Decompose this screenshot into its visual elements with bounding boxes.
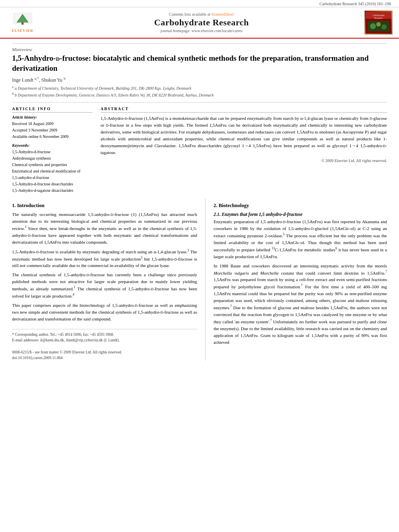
article-info-title: ARTICLE INFO [12, 107, 93, 113]
journal-cover-image: Carbohydrate Research [364, 10, 393, 35]
footer-doi: doi:10.1016/j.carres.2009.11.004 [12, 355, 197, 361]
keywords-list: 1,5-Anhydro-d-fructose Anhydrosugar synt… [12, 149, 93, 194]
abstract-title: ABSTRACT [101, 107, 387, 113]
journal-header: ELSEVIER Contents lists available at Sci… [0, 7, 399, 39]
left-column: 1. Introduction The naturally occurring … [12, 199, 197, 361]
keywords-label: Keywords: [12, 143, 93, 148]
journal-citation: Carbohydrate Research 345 (2010) 181–190 [0, 0, 399, 7]
biotech-para2: In 1988 Baute and coworkers discovered a… [214, 263, 387, 346]
column-divider [205, 199, 206, 361]
journal-citation-text: Carbohydrate Research 345 (2010) 181–190 [319, 2, 391, 6]
elsevier-logo: ELSEVIER [6, 12, 39, 33]
paper-title: 1,5-Anhydro-d-fructose: biocatalytic and… [12, 53, 387, 73]
abstract-text: 1,5-Anhydro-d-fructose (1,5AnFru) is a m… [101, 115, 387, 156]
info-abstract-section: ARTICLE INFO Article history: Received 1… [12, 102, 387, 194]
journal-header-center: Contents lists available at ScienceDirec… [39, 12, 364, 33]
elsevier-text: ELSEVIER [12, 29, 33, 33]
keyword-6: 1,5-Anhydro-d-fructose disaccharides [12, 182, 73, 186]
accepted-date: Accepted 3 November 2009 [12, 128, 57, 132]
available-date: Available online 6 November 2009 [12, 134, 68, 139]
svg-text:Research: Research [374, 17, 383, 19]
paper-content: Minireview 1,5-Anhydro-d-fructose: bioca… [0, 43, 399, 361]
received-date: Received 18 August 2009 [12, 121, 53, 126]
intro-para3: The chemical synthesis of 1,5-anhydro-d-… [12, 271, 197, 300]
article-history-dates: Received 18 August 2009 Accepted 3 Novem… [12, 121, 93, 140]
main-body: 1. Introduction The naturally occurring … [12, 199, 387, 361]
journal-homepage: journal homepage: www.elsevier.com/locat… [39, 29, 364, 33]
sciencedirect-anchor[interactable]: ScienceDirect [211, 12, 234, 16]
keyword-2: Anhydrosugar synthesis [12, 156, 51, 160]
footer-rights: 0008-6215/$ - see front matter © 2009 El… [12, 349, 197, 355]
intro-para4: This paper comprises aspects of the biot… [12, 302, 197, 322]
corresponding-author-note: * Corresponding author. Tel.: +45 4914 5… [12, 332, 197, 337]
copyright-notice: © 2009 Elsevier Ltd. All rights reserved… [101, 158, 387, 163]
svg-text:Carbohydrate: Carbohydrate [372, 14, 385, 16]
article-info-panel: ARTICLE INFO Article history: Received 1… [12, 107, 93, 194]
intro-para1: The naturally occurring monosaccaride 1,… [12, 211, 197, 246]
authors-line: Inge Lundt a,*, Shukun Yu b [12, 76, 387, 83]
right-column: 2. Biotechnology 2.1. Enzymes that form … [214, 199, 387, 361]
affiliation-a: a Department of Chemistry, Technical Uni… [15, 86, 191, 91]
footnotes: * Corresponding author. Tel.: +45 4914 5… [12, 329, 197, 361]
journal-title: Carbohydrate Research [39, 17, 364, 28]
svg-point-10 [376, 22, 381, 27]
article-history-label: Article history: [12, 115, 93, 119]
keyword-7: 1,5-Anhydro-d-tagatose disaccharides [12, 188, 73, 193]
affiliation-b: b Department of Enzyme Development, Gene… [15, 93, 214, 97]
abstract-panel: ABSTRACT 1,5-Anhydro-d-fructose (1,5AnFr… [101, 107, 387, 194]
keyword-1: 1,5-Anhydro-d-fructose [12, 150, 50, 154]
email-note: E-mail addresses: il@kemi.dtu.dk, ilundt… [12, 337, 197, 343]
keyword-5: 1,5-anhydro-d-fructose [12, 175, 49, 180]
sciencedirect-link: Contents lists available at ScienceDirec… [39, 12, 364, 16]
biotechnology-heading: 2. Biotechnology [214, 203, 387, 209]
affiliations: a a Department of Chemistry, Technical U… [12, 85, 387, 98]
section-type-label: Minireview [12, 43, 387, 52]
introduction-heading: 1. Introduction [12, 203, 197, 209]
biotech-para1: Enzymatic preparation of 1,5 anhydro-d-f… [214, 218, 387, 260]
enzymes-subheading: 2.1. Enzymes that form 1,5 anhydro-d-fru… [214, 212, 387, 217]
keyword-4: Enzymatical and chemical modification of [12, 169, 80, 173]
svg-point-11 [381, 25, 387, 30]
svg-rect-3 [21, 23, 23, 25]
keyword-3: Chemical synthesis and properties [12, 162, 67, 167]
intro-para2: 1,5-Anhydro-d-fructose is available by e… [12, 248, 197, 269]
svg-point-9 [370, 23, 376, 29]
